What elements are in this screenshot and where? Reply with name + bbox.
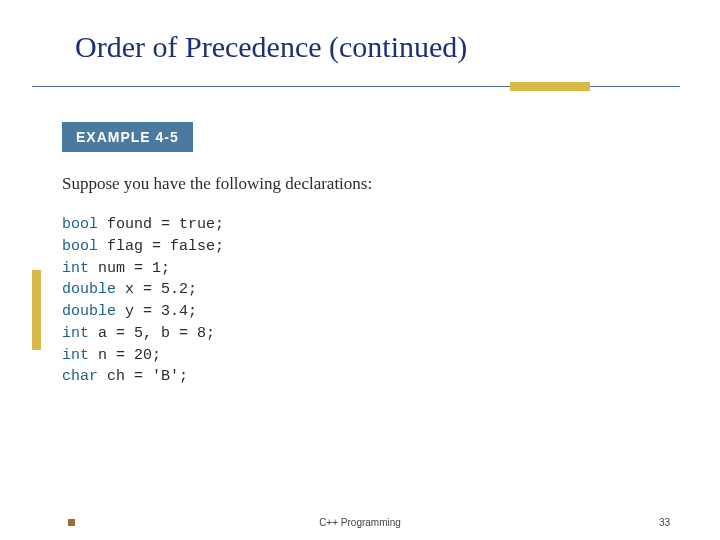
divider-accent [510,82,590,91]
code-text: x = 5.2; [116,281,197,298]
code-block: bool found = true; bool flag = false; in… [62,214,720,388]
footer-label: C++ Programming [0,517,720,528]
code-line: bool found = true; [62,214,720,236]
page-title: Order of Precedence (continued) [75,30,720,64]
content-area: EXAMPLE 4-5 Suppose you have the followi… [62,122,720,388]
intro-text: Suppose you have the following declarati… [62,174,720,194]
keyword: double [62,281,116,298]
keyword: double [62,303,116,320]
code-text: ch = 'B'; [98,368,188,385]
code-line: bool flag = false; [62,236,720,258]
code-line: double x = 5.2; [62,279,720,301]
code-line: int a = 5, b = 8; [62,323,720,345]
footer: C++ Programming 33 [0,517,720,528]
keyword: int [62,325,89,342]
code-line: double y = 3.4; [62,301,720,323]
code-line: int num = 1; [62,258,720,280]
slide: Order of Precedence (continued) EXAMPLE … [0,0,720,540]
example-badge: EXAMPLE 4-5 [62,122,193,152]
keyword: char [62,368,98,385]
code-text: a = 5, b = 8; [89,325,215,342]
keyword: int [62,347,89,364]
code-line: char ch = 'B'; [62,366,720,388]
divider [0,82,720,92]
keyword: bool [62,216,98,233]
code-text: n = 20; [89,347,161,364]
keyword: int [62,260,89,277]
code-line: int n = 20; [62,345,720,367]
keyword: bool [62,238,98,255]
left-accent-bar [32,270,41,350]
code-text: y = 3.4; [116,303,197,320]
code-text: found = true; [98,216,224,233]
page-number: 33 [659,517,670,528]
footer-marker-icon [68,519,75,526]
code-text: num = 1; [89,260,170,277]
code-text: flag = false; [98,238,224,255]
